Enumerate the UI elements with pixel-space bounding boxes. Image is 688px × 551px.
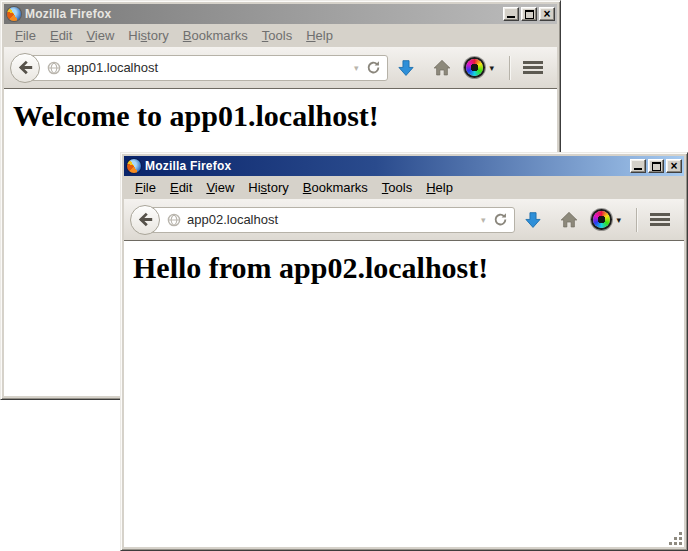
home-button[interactable]	[560, 211, 578, 229]
navigation-toolbar: app01.localhost ▾ ▾	[4, 47, 557, 89]
page-heading: Welcome to app01.localhost!	[13, 99, 557, 133]
minimize-button[interactable]	[630, 159, 646, 173]
addon-button[interactable]: ▾	[593, 211, 621, 228]
resize-grip[interactable]	[668, 531, 682, 545]
toolbar-separator	[636, 208, 637, 232]
back-arrow-icon	[17, 59, 34, 76]
minimize-button[interactable]	[503, 7, 519, 21]
menu-edit[interactable]: Edit	[43, 26, 79, 45]
menu-tools[interactable]: Tools	[255, 26, 299, 45]
globe-icon[interactable]	[47, 61, 61, 75]
download-button[interactable]	[397, 59, 415, 77]
menu-bookmarks[interactable]: Bookmarks	[176, 26, 255, 45]
window-controls: ×	[630, 159, 682, 173]
page-heading: Hello from app02.localhost!	[133, 251, 684, 285]
menu-file[interactable]: File	[8, 26, 43, 45]
navigation-toolbar: app02.localhost ▾ ▾	[124, 199, 684, 241]
menu-tools[interactable]: Tools	[375, 178, 419, 197]
color-wheel-addon-icon	[593, 211, 610, 228]
menu-panel-button[interactable]	[523, 61, 543, 74]
download-button[interactable]	[524, 211, 542, 229]
close-button[interactable]: ×	[666, 159, 682, 173]
home-icon	[433, 59, 451, 77]
maximize-button[interactable]	[521, 7, 537, 21]
menu-panel-button[interactable]	[650, 213, 670, 226]
hamburger-icon	[523, 61, 543, 64]
addon-button[interactable]: ▾	[466, 59, 494, 76]
back-arrow-icon	[137, 211, 154, 228]
download-icon	[397, 59, 415, 77]
minimize-icon	[507, 16, 515, 18]
titlebar[interactable]: Mozilla Firefox ×	[124, 156, 684, 176]
firefox-logo-icon[interactable]	[127, 159, 141, 173]
reload-icon[interactable]	[493, 212, 508, 227]
firefox-logo-icon[interactable]	[7, 7, 21, 21]
menu-help[interactable]: Help	[299, 26, 340, 45]
home-button[interactable]	[433, 59, 451, 77]
window-title: Mozilla Firefox	[145, 159, 626, 173]
reload-icon[interactable]	[366, 60, 381, 75]
toolbar-separator	[509, 56, 510, 80]
back-button[interactable]	[130, 205, 160, 235]
firefox-window-app02: Mozilla Firefox × File Edit View History…	[120, 152, 688, 551]
window-controls: ×	[503, 7, 555, 21]
menu-bar: File Edit View History Bookmarks Tools H…	[124, 176, 684, 199]
menu-help[interactable]: Help	[419, 178, 460, 197]
url-bar[interactable]: app01.localhost ▾	[24, 55, 388, 81]
maximize-button[interactable]	[648, 159, 664, 173]
desktop: Mozilla Firefox × File Edit View History…	[0, 0, 688, 551]
page-content-app02: Hello from app02.localhost!	[124, 241, 684, 547]
minimize-icon	[634, 168, 642, 170]
url-dropdown-icon[interactable]: ▾	[352, 63, 361, 73]
url-text[interactable]: app01.localhost	[67, 60, 346, 75]
color-wheel-addon-icon	[466, 59, 483, 76]
menu-file[interactable]: File	[128, 178, 163, 197]
window-title: Mozilla Firefox	[25, 7, 499, 21]
maximize-icon	[525, 10, 534, 19]
titlebar[interactable]: Mozilla Firefox ×	[4, 4, 557, 24]
close-button[interactable]: ×	[539, 7, 555, 21]
menu-bookmarks[interactable]: Bookmarks	[296, 178, 375, 197]
home-icon	[560, 211, 578, 229]
download-icon	[524, 211, 542, 229]
globe-icon[interactable]	[167, 213, 181, 227]
hamburger-icon	[650, 213, 670, 216]
menu-view[interactable]: View	[199, 178, 241, 197]
menu-edit[interactable]: Edit	[163, 178, 199, 197]
menu-bar: File Edit View History Bookmarks Tools H…	[4, 24, 557, 47]
url-text[interactable]: app02.localhost	[187, 212, 473, 227]
maximize-icon	[652, 162, 661, 171]
addon-caret-icon[interactable]: ▾	[616, 215, 621, 225]
url-bar[interactable]: app02.localhost ▾	[144, 207, 515, 233]
url-dropdown-icon[interactable]: ▾	[479, 215, 488, 225]
close-icon: ×	[543, 9, 550, 19]
menu-history[interactable]: History	[121, 26, 175, 45]
close-icon: ×	[670, 161, 677, 171]
menu-history[interactable]: History	[241, 178, 295, 197]
menu-view[interactable]: View	[79, 26, 121, 45]
back-button[interactable]	[10, 53, 40, 83]
addon-caret-icon[interactable]: ▾	[489, 63, 494, 73]
